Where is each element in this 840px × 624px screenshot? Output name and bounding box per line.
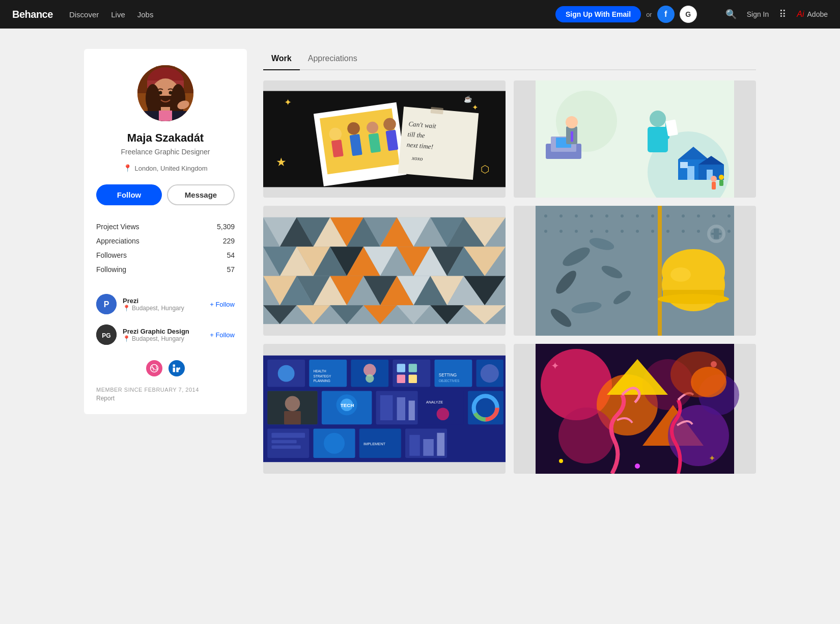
svg-point-133 — [605, 230, 608, 233]
svg-rect-19 — [173, 365, 176, 367]
profile-name: Maja Szakadát — [127, 131, 204, 145]
svg-point-219 — [559, 459, 563, 463]
stat-label-project-views: Project Views — [96, 223, 139, 231]
svg-rect-158 — [711, 233, 721, 235]
stat-followers: Followers 54 — [96, 248, 235, 262]
following-item-prezi-gd: PG Prezi Graphic Design 📍 Budapest, Hung… — [96, 319, 235, 350]
svg-text:TECH: TECH — [341, 402, 354, 408]
svg-rect-42 — [431, 107, 444, 114]
prezi-gd-name[interactable]: Prezi Graphic Design — [123, 328, 204, 335]
prezi-name[interactable]: Prezi — [123, 297, 204, 305]
project-card-3[interactable] — [263, 206, 506, 336]
linkedin-icon[interactable] — [169, 360, 185, 376]
svg-rect-208 — [423, 439, 434, 456]
prezi-follow-button[interactable]: + Follow — [210, 301, 235, 308]
svg-text:PLANNING: PLANNING — [313, 379, 330, 383]
prezi-location: 📍 Budapest, Hungary — [123, 305, 204, 312]
dribbble-svg — [150, 364, 159, 373]
svg-point-64 — [711, 176, 717, 182]
dribbble-icon[interactable] — [146, 360, 162, 376]
project-card-6[interactable]: ✦ ✦ — [514, 344, 756, 474]
prezi-gd-avatar: PG — [96, 324, 117, 345]
nav-discover[interactable]: Discover — [69, 10, 99, 19]
stat-label-appreciations: Appreciations — [96, 237, 139, 245]
project-card-4[interactable] — [514, 206, 756, 336]
project-thumb-6: ✦ ✦ — [514, 344, 756, 474]
svg-point-136 — [651, 230, 654, 233]
project-thumb-2 — [514, 80, 756, 198]
tab-work[interactable]: Work — [263, 49, 300, 70]
svg-rect-10 — [159, 111, 172, 121]
svg-rect-170 — [397, 364, 405, 372]
navbar-auth: Sign Up With Email or f G — [555, 6, 697, 23]
svg-text:OBJECTIVES: OBJECTIVES — [439, 379, 460, 383]
adobe-logo: Ai Adobe — [797, 10, 828, 19]
project-card-1[interactable]: ✦ ✦ ★ ⬡ ☕ — [263, 80, 506, 198]
svg-rect-190 — [409, 400, 415, 420]
svg-point-138 — [682, 230, 685, 233]
navbar: Behance Discover Live Jobs Sign Up With … — [0, 0, 840, 29]
svg-rect-188 — [380, 395, 393, 420]
prezi-location-pin: 📍 — [123, 305, 130, 312]
following-section: P Prezi 📍 Budapest, Hungary + Follow — [96, 289, 235, 350]
svg-text:HEALTH: HEALTH — [313, 369, 326, 373]
google-login-button[interactable]: G — [680, 6, 697, 23]
behance-logo[interactable]: Behance — [12, 9, 53, 20]
facebook-login-button[interactable]: f — [657, 6, 675, 23]
svg-point-117 — [559, 214, 563, 218]
svg-text:☕: ☕ — [464, 95, 472, 103]
stat-label-following: Following — [96, 265, 126, 274]
location-pin-icon: 📍 — [123, 164, 132, 172]
svg-rect-200 — [271, 440, 296, 444]
message-button[interactable]: Message — [167, 184, 235, 205]
apps-grid-icon[interactable]: ⠿ — [779, 8, 787, 20]
tab-appreciations[interactable]: Appreciations — [300, 49, 366, 70]
svg-rect-182 — [284, 411, 301, 424]
nav-jobs[interactable]: Jobs — [137, 10, 154, 19]
prezi-gd-info: Prezi Graphic Design 📍 Budapest, Hungary — [123, 328, 204, 342]
svg-text:P: P — [104, 300, 109, 309]
svg-rect-162 — [309, 360, 347, 387]
follow-button[interactable]: Follow — [96, 184, 162, 205]
prezi-info: Prezi 📍 Budapest, Hungary — [123, 297, 204, 312]
svg-point-139 — [697, 230, 700, 233]
search-icon[interactable]: 🔍 — [725, 9, 737, 20]
svg-text:IMPLEMENT: IMPLEMENT — [363, 442, 386, 446]
profile-actions: Follow Message — [96, 184, 235, 205]
svg-point-181 — [285, 396, 300, 411]
signup-button[interactable]: Sign Up With Email — [555, 6, 641, 22]
svg-point-123 — [651, 214, 654, 218]
svg-point-132 — [590, 230, 593, 233]
content-area: Work Appreciations ✦ ✦ ★ ⬡ ☕ — [263, 49, 756, 474]
svg-point-125 — [682, 214, 685, 218]
report-link[interactable]: Report — [96, 395, 235, 402]
nav-live[interactable]: Live — [111, 10, 125, 19]
svg-rect-201 — [271, 445, 300, 449]
svg-point-121 — [621, 214, 624, 218]
svg-rect-209 — [437, 433, 444, 456]
project-card-5[interactable]: HEALTH STRATEGY PLANNING SETTING — [263, 344, 506, 474]
svg-text:xoxo: xoxo — [411, 155, 424, 162]
svg-rect-60 — [680, 162, 688, 168]
svg-point-153 — [658, 294, 729, 304]
stat-value-followers: 54 — [227, 251, 235, 259]
or-label: or — [646, 11, 652, 18]
profile-card: Maja Szakadát Freelance Graphic Designer… — [84, 49, 247, 414]
svg-point-135 — [636, 230, 639, 233]
signin-link[interactable]: Sign In — [747, 10, 769, 18]
stat-project-views: Project Views 5,309 — [96, 220, 235, 234]
stat-following: Following 57 — [96, 262, 235, 277]
member-since-text: MEMBER SINCE FEBRUARY 7, 2014 — [96, 387, 235, 393]
svg-point-213 — [558, 408, 614, 464]
svg-rect-199 — [271, 433, 305, 438]
prezi-avatar: P — [96, 294, 117, 314]
svg-point-126 — [697, 214, 700, 218]
svg-text:⬡: ⬡ — [481, 164, 489, 175]
svg-point-120 — [605, 214, 608, 218]
prezi-gd-follow-button[interactable]: + Follow — [210, 331, 235, 339]
svg-rect-173 — [409, 375, 417, 383]
svg-rect-189 — [397, 397, 405, 420]
linkedin-svg — [172, 364, 181, 373]
project-card-2[interactable] — [514, 80, 756, 198]
svg-point-154 — [670, 267, 691, 282]
